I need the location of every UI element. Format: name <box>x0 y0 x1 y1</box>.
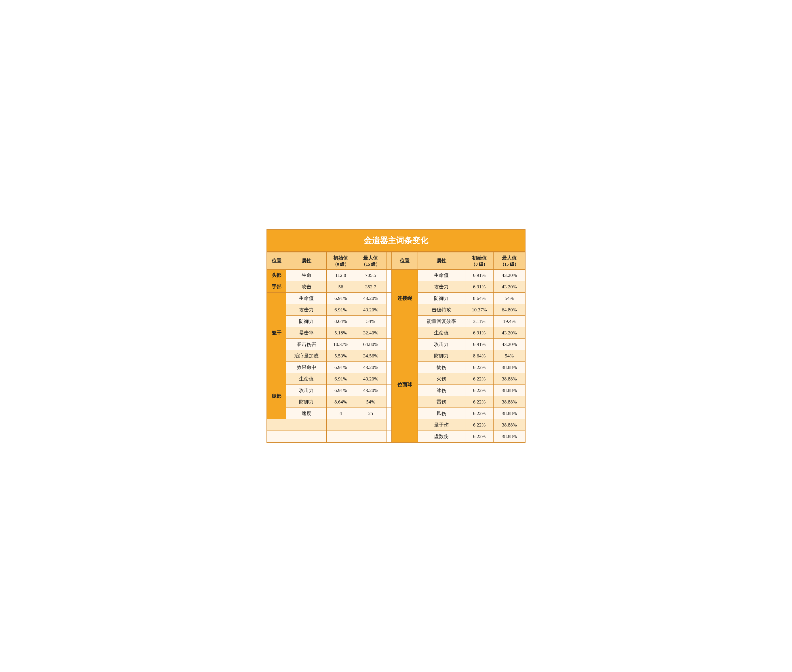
max-right: 43.20% <box>494 281 525 293</box>
max-right: 19.4% <box>494 316 525 327</box>
empty-init-left <box>326 419 355 431</box>
attr-left: 生命 <box>286 270 326 281</box>
max-left: 705.5 <box>355 270 386 281</box>
divider-cell <box>387 270 392 281</box>
divider-cell <box>387 396 392 408</box>
max-right: 54% <box>494 293 525 304</box>
init-right: 6.22% <box>465 408 494 419</box>
attr-left: 生命值 <box>286 293 326 304</box>
header-init-left: 初始值 （0 级） <box>326 252 355 270</box>
table-row: 头部生命112.8705.5连接绳生命值6.91%43.20% <box>267 270 525 281</box>
max-right: 38.88% <box>494 385 525 396</box>
max-right: 43.20% <box>494 270 525 281</box>
max-right: 38.88% <box>494 396 525 408</box>
header-attr-left: 属性 <box>286 252 326 270</box>
attr-left: 防御力 <box>286 396 326 408</box>
attr-right: 生命值 <box>418 270 465 281</box>
init-right: 6.22% <box>465 419 494 431</box>
attr-right: 击破特攻 <box>418 304 465 316</box>
section-label-right: 连接绳 <box>392 270 418 327</box>
section-label-left: 腿部 <box>267 373 286 419</box>
section-label-right: 位面球 <box>392 327 418 443</box>
header-init-right: 初始值 （0 级） <box>465 252 494 270</box>
max-right: 43.20% <box>494 339 525 350</box>
max-left: 43.20% <box>355 373 386 385</box>
attr-right: 冰伤 <box>418 385 465 396</box>
attr-left: 暴击率 <box>286 327 326 339</box>
divider-header <box>387 252 392 270</box>
attr-right: 风伤 <box>418 408 465 419</box>
divider-cell <box>387 373 392 385</box>
attr-left: 效果命中 <box>286 362 326 373</box>
section-label-left: 躯干 <box>267 293 286 373</box>
table-row: 暴击率5.18%32.40%位面球生命值6.91%43.20% <box>267 327 525 339</box>
attr-right: 虚数伤 <box>418 431 465 443</box>
init-left: 4 <box>326 408 355 419</box>
max-right: 38.88% <box>494 408 525 419</box>
init-left: 8.64% <box>326 316 355 327</box>
init-right: 6.22% <box>465 396 494 408</box>
init-left: 5.53% <box>326 350 355 362</box>
init-left: 6.91% <box>326 362 355 373</box>
init-right: 10.37% <box>465 304 494 316</box>
divider-cell <box>387 281 392 293</box>
max-right: 64.80% <box>494 304 525 316</box>
max-left: 54% <box>355 316 386 327</box>
empty-max-left <box>355 431 386 443</box>
section-label-left: 头部 <box>267 270 286 281</box>
empty-attr-left <box>286 419 326 431</box>
page-wrapper: 金遗器主词条变化 位置 属性 初始值 （0 级） 最大值 （15 级） 位置 属… <box>267 229 525 443</box>
max-left: 43.20% <box>355 304 386 316</box>
max-left: 54% <box>355 396 386 408</box>
attr-right: 量子伤 <box>418 419 465 431</box>
init-left: 112.8 <box>326 270 355 281</box>
attr-right: 攻击力 <box>418 281 465 293</box>
attr-left: 生命值 <box>286 373 326 385</box>
init-right: 6.22% <box>465 373 494 385</box>
attr-left: 治疗量加成 <box>286 350 326 362</box>
attr-right: 能量回复效率 <box>418 316 465 327</box>
init-right: 6.22% <box>465 385 494 396</box>
init-left: 6.91% <box>326 293 355 304</box>
max-right: 38.88% <box>494 373 525 385</box>
divider-cell <box>387 327 392 339</box>
divider-cell <box>387 362 392 373</box>
init-left: 5.18% <box>326 327 355 339</box>
attr-right: 雷伤 <box>418 396 465 408</box>
header-position-left: 位置 <box>267 252 286 270</box>
attr-right: 攻击力 <box>418 339 465 350</box>
init-left: 6.91% <box>326 385 355 396</box>
attr-right: 生命值 <box>418 327 465 339</box>
header-max-left: 最大值 （15 级） <box>355 252 386 270</box>
header-max-right: 最大值 （15 级） <box>494 252 525 270</box>
attr-right: 防御力 <box>418 293 465 304</box>
attr-left: 攻击 <box>286 281 326 293</box>
init-right: 8.64% <box>465 350 494 362</box>
divider-cell <box>387 431 392 443</box>
max-left: 352.7 <box>355 281 386 293</box>
attr-right: 防御力 <box>418 350 465 362</box>
empty-max-left <box>355 419 386 431</box>
max-left: 32.40% <box>355 327 386 339</box>
divider-cell <box>387 385 392 396</box>
divider-cell <box>387 419 392 431</box>
init-left: 8.64% <box>326 396 355 408</box>
max-left: 34.56% <box>355 350 386 362</box>
init-right: 6.91% <box>465 270 494 281</box>
empty-attr-left <box>286 431 326 443</box>
main-table: 位置 属性 初始值 （0 级） 最大值 （15 级） 位置 属性 初始值 （0 … <box>267 252 525 443</box>
attr-left: 暴击伤害 <box>286 339 326 350</box>
divider-cell <box>387 350 392 362</box>
attr-right: 火伤 <box>418 373 465 385</box>
divider-cell <box>387 304 392 316</box>
attr-left: 速度 <box>286 408 326 419</box>
attr-right: 物伤 <box>418 362 465 373</box>
max-right: 43.20% <box>494 327 525 339</box>
section-label-left: 手部 <box>267 281 286 293</box>
max-right: 38.88% <box>494 362 525 373</box>
header-row: 位置 属性 初始值 （0 级） 最大值 （15 级） 位置 属性 初始值 （0 … <box>267 252 525 270</box>
init-right: 3.11% <box>465 316 494 327</box>
init-left: 10.37% <box>326 339 355 350</box>
init-right: 6.22% <box>465 431 494 443</box>
attr-left: 攻击力 <box>286 385 326 396</box>
